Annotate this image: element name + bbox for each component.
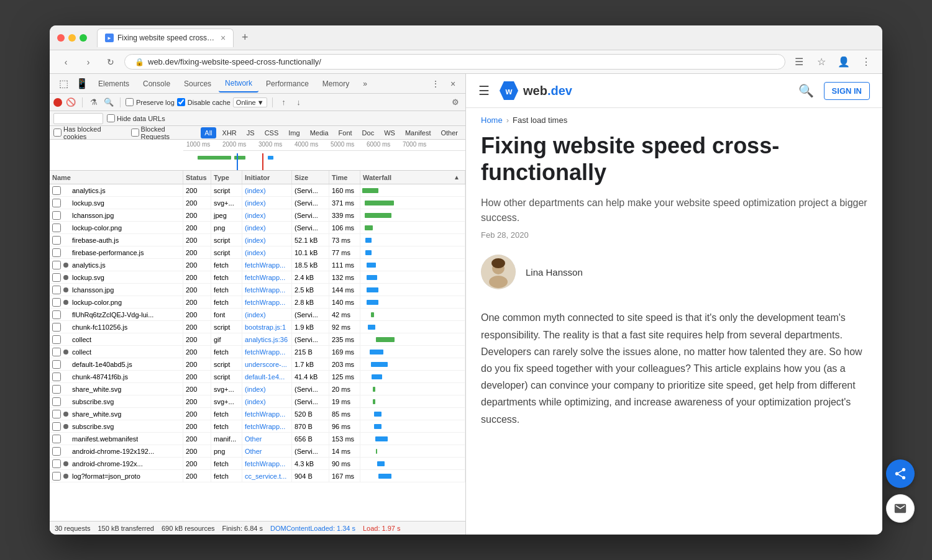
table-row[interactable]: analytics.js 200 fetch fetchWrapp... 18.… — [50, 259, 465, 271]
forward-button[interactable]: › — [80, 53, 97, 71]
table-row[interactable]: chunk-48741f6b.js 200 script default-1e4… — [50, 371, 465, 383]
more-button[interactable]: ⋮ — [857, 53, 875, 71]
close-tab-button[interactable]: × — [221, 33, 226, 43]
disable-cache-checkbox[interactable]: Disable cache — [177, 98, 231, 106]
row-checkbox[interactable] — [52, 286, 61, 294]
filter-js[interactable]: JS — [243, 127, 258, 138]
table-row[interactable]: android-chrome-192x... 200 fetch fetchWr… — [50, 458, 465, 470]
table-row[interactable]: manifest.webmanifest 200 manif... Other … — [50, 433, 465, 445]
address-input[interactable]: 🔒 web.dev/fixing-website-speed-cross-fun… — [124, 54, 785, 70]
search-network-button[interactable]: 🔍 — [103, 96, 115, 109]
row-checkbox[interactable] — [52, 298, 61, 307]
devtools-inspect-button[interactable]: ⬚ — [55, 75, 72, 93]
devtools-device-button[interactable]: 📱 — [73, 75, 91, 93]
filter-css[interactable]: CSS — [261, 127, 283, 138]
hide-data-urls-checkbox[interactable]: Hide data URLs — [107, 114, 165, 122]
table-row[interactable]: share_white.svg 200 svg+... (index) (Ser… — [50, 383, 465, 395]
table-row[interactable]: log?format=json_proto 200 fetch cc_servi… — [50, 470, 465, 482]
row-checkbox[interactable] — [52, 410, 61, 418]
filter-ws[interactable]: WS — [380, 127, 399, 138]
minimize-window-button[interactable] — [68, 34, 76, 42]
sign-in-button[interactable]: SIGN IN — [824, 82, 870, 100]
tab-memory[interactable]: Memory — [316, 75, 355, 93]
tab-sources[interactable]: Sources — [178, 75, 217, 93]
table-row[interactable]: lockup-color.png 200 fetch fetchWrapp...… — [50, 296, 465, 309]
table-row[interactable]: collect 200 fetch fetchWrapp... 215 B 16… — [50, 346, 465, 358]
table-row[interactable]: subscribe.svg 200 svg+... (index) (Servi… — [50, 395, 465, 408]
bookmark-button[interactable]: ☆ — [813, 53, 830, 71]
filter-all[interactable]: All — [201, 127, 216, 138]
row-checkbox[interactable] — [52, 459, 61, 468]
table-row[interactable]: collect 200 gif analytics.js:36 (Servi..… — [50, 333, 465, 346]
table-row[interactable]: default-1e40abd5.js 200 script underscor… — [50, 358, 465, 371]
row-checkbox[interactable] — [52, 472, 61, 481]
filter-media[interactable]: Media — [306, 127, 332, 138]
row-checkbox[interactable] — [52, 447, 61, 456]
filter-font[interactable]: Font — [335, 127, 356, 138]
throttle-select[interactable]: Online ▼ — [233, 97, 267, 107]
export-button[interactable]: ↓ — [293, 96, 305, 109]
filter-input[interactable] — [53, 113, 103, 124]
filter-xhr[interactable]: XHR — [219, 127, 240, 138]
breadcrumb-home[interactable]: Home — [481, 115, 503, 125]
back-button[interactable]: ‹ — [57, 53, 75, 71]
tab-console[interactable]: Console — [137, 75, 176, 93]
network-settings-button[interactable]: ⚙ — [449, 96, 462, 109]
table-row[interactable]: chunk-fc110256.js 200 script bootstrap.j… — [50, 321, 465, 333]
filter-button[interactable]: ⚗ — [88, 96, 100, 109]
table-row[interactable]: lockup.svg 200 svg+... (index) (Servi...… — [50, 197, 465, 209]
new-tab-button[interactable]: + — [236, 29, 254, 47]
filter-img[interactable]: Img — [285, 127, 303, 138]
row-checkbox[interactable] — [52, 435, 61, 443]
active-tab[interactable]: ► Fixing website speed cross-fu... × — [97, 29, 234, 47]
row-checkbox[interactable] — [52, 186, 61, 195]
row-checkbox[interactable] — [52, 360, 61, 369]
row-checkbox[interactable] — [52, 236, 61, 245]
maximize-window-button[interactable] — [80, 34, 87, 42]
row-checkbox[interactable] — [52, 211, 61, 220]
devtools-close-button[interactable]: × — [445, 76, 460, 91]
row-checkbox[interactable] — [52, 310, 61, 319]
filter-manifest[interactable]: Manifest — [401, 127, 435, 138]
refresh-button[interactable]: ↻ — [102, 53, 119, 71]
table-row[interactable]: analytics.js 200 script (index) (Servi..… — [50, 184, 465, 197]
row-checkbox[interactable] — [52, 224, 61, 232]
table-row[interactable]: lockup.svg 200 fetch fetchWrapp... 2.4 k… — [50, 271, 465, 284]
blocked-requests-checkbox[interactable]: Blocked Requests — [131, 125, 194, 140]
extensions-button[interactable]: ☰ — [790, 53, 808, 71]
table-row[interactable]: lchansson.jpg 200 jpeg (index) (Servi...… — [50, 209, 465, 222]
table-row[interactable]: flUhRq6tzZclQEJ-Vdg-lui... 200 font (ind… — [50, 309, 465, 321]
table-row[interactable]: lchansson.jpg 200 fetch fetchWrapp... 2.… — [50, 284, 465, 296]
clear-button[interactable]: 🚫 — [65, 96, 77, 109]
close-window-button[interactable] — [57, 34, 65, 42]
record-button[interactable] — [53, 98, 62, 107]
web-logo[interactable]: w web.dev — [500, 81, 572, 100]
import-button[interactable]: ↑ — [278, 96, 290, 109]
row-checkbox[interactable] — [52, 323, 61, 332]
devtools-more-button[interactable]: ⋮ — [428, 76, 443, 91]
table-row[interactable]: firebase-performance.js 200 script (inde… — [50, 246, 465, 259]
row-checkbox[interactable] — [52, 373, 61, 381]
row-checkbox[interactable] — [52, 335, 61, 344]
account-button[interactable]: 👤 — [835, 53, 852, 71]
row-checkbox[interactable] — [52, 248, 61, 257]
hamburger-menu-button[interactable]: ☰ — [478, 83, 490, 98]
table-row[interactable]: share_white.svg 200 fetch fetchWrapp... … — [50, 408, 465, 420]
filter-doc[interactable]: Doc — [359, 127, 378, 138]
row-checkbox[interactable] — [52, 348, 61, 356]
tab-network[interactable]: Network — [219, 75, 258, 93]
row-checkbox[interactable] — [52, 273, 61, 282]
table-row[interactable]: subscribe.svg 200 fetch fetchWrapp... 87… — [50, 420, 465, 433]
tab-performance[interactable]: Performance — [260, 75, 315, 93]
row-checkbox[interactable] — [52, 199, 61, 207]
has-blocked-cookies-checkbox[interactable]: Has blocked cookies — [53, 125, 124, 140]
table-row[interactable]: firebase-auth.js 200 script (index) 52.1… — [50, 234, 465, 246]
table-row[interactable]: android-chrome-192x192... 200 png Other … — [50, 445, 465, 458]
row-checkbox[interactable] — [52, 397, 61, 406]
tab-more[interactable]: » — [357, 75, 373, 93]
tab-elements[interactable]: Elements — [92, 75, 135, 93]
table-row[interactable]: lockup-color.png 200 png (index) (Servi.… — [50, 222, 465, 234]
row-checkbox[interactable] — [52, 385, 61, 394]
row-checkbox[interactable] — [52, 261, 61, 269]
preserve-log-checkbox[interactable]: Preserve log — [126, 98, 175, 106]
